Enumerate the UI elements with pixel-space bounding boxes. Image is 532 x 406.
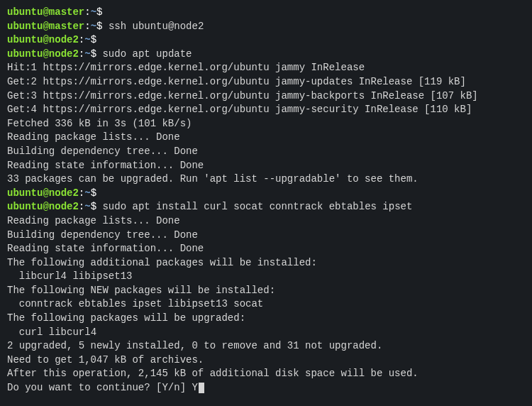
prompt-dollar: $ — [96, 6, 102, 18]
prompt-user: ubuntu — [7, 21, 43, 32]
prompt-dollar: $ — [91, 201, 96, 212]
prompt-user: ubuntu — [7, 6, 43, 18]
input-prompt-text: Do you want to continue? [Y/n] — [7, 382, 192, 393]
output-text: After this operation, 2,145 kB of additi… — [7, 368, 419, 379]
terminal-line: ubuntu@node2:~$ — [7, 187, 525, 201]
terminal-line: Need to get 1,047 kB of archives. — [7, 353, 525, 368]
terminal-line: Reading package lists... Done — [7, 131, 525, 145]
output-text: Building dependency tree... Done — [7, 146, 198, 157]
terminal-output[interactable]: ubuntu@master:~$ ubuntu@master:~$ ssh ub… — [7, 6, 525, 395]
prompt-path: ~ — [84, 34, 90, 45]
output-text: conntrack ebtables ipset libipset13 soca… — [7, 298, 263, 309]
output-text: The following packages will be upgraded: — [7, 312, 245, 324]
prompt-colon: : — [79, 187, 84, 199]
terminal-line: 33 packages can be upgraded. Run 'apt li… — [7, 172, 525, 187]
terminal-line: ubuntu@master:~$ — [7, 6, 525, 20]
prompt-host: master — [49, 6, 84, 18]
terminal-line: Reading package lists... Done — [7, 214, 525, 229]
prompt-at: @ — [43, 34, 48, 45]
prompt-path: ~ — [84, 187, 90, 199]
prompt-user: ubuntu — [7, 201, 43, 212]
terminal-line: After this operation, 2,145 kB of additi… — [7, 367, 525, 381]
prompt-command: sudo apt update — [102, 48, 192, 60]
output-text: Reading package lists... Done — [7, 131, 180, 143]
terminal-line: Fetched 336 kB in 3s (101 kB/s) — [7, 117, 525, 131]
prompt-colon: : — [79, 201, 84, 212]
output-text: The following additional packages will b… — [7, 257, 317, 268]
terminal-line: Do you want to continue? [Y/n] Y — [7, 381, 525, 395]
prompt-at: @ — [43, 201, 48, 212]
prompt-path: ~ — [91, 21, 96, 32]
prompt-user: ubuntu — [7, 187, 43, 199]
prompt-user: ubuntu — [7, 48, 43, 60]
terminal-line: Get:3 https://mirrors.edge.kernel.org/ub… — [7, 89, 525, 104]
output-text: libcurl4 libipset13 — [7, 270, 132, 282]
prompt-colon: : — [79, 34, 84, 45]
output-text: 2 upgraded, 5 newly installed, 0 to remo… — [7, 340, 382, 351]
output-text: Building dependency tree... Done — [7, 229, 198, 241]
terminal-line: conntrack ebtables ipset libipset13 soca… — [7, 297, 525, 312]
terminal-line: curl libcurl4 — [7, 326, 525, 340]
terminal-line: The following additional packages will b… — [7, 256, 525, 270]
terminal-line: Building dependency tree... Done — [7, 145, 525, 159]
output-text: Reading package lists... Done — [7, 215, 180, 226]
prompt-path: ~ — [84, 48, 90, 60]
prompt-dollar: $ — [91, 48, 96, 60]
prompt-at: @ — [43, 48, 48, 60]
output-text: Need to get 1,047 kB of archives. — [7, 354, 204, 366]
output-text: Hit:1 https://mirrors.edge.kernel.org/ub… — [7, 62, 365, 73]
terminal-line: ubuntu@node2:~$ sudo apt update — [7, 48, 525, 62]
prompt-command: ssh ubuntu@node2 — [109, 21, 204, 32]
output-text: Get:2 https://mirrors.edge.kernel.org/ub… — [7, 76, 466, 87]
prompt-path: ~ — [84, 201, 90, 212]
prompt-host: master — [49, 21, 84, 32]
output-text: Reading state information... Done — [7, 160, 204, 171]
prompt-dollar: $ — [96, 21, 102, 32]
output-text: Get:4 https://mirrors.edge.kernel.org/ub… — [7, 104, 472, 115]
terminal-line: Get:2 https://mirrors.edge.kernel.org/ub… — [7, 75, 525, 89]
output-text: The following NEW packages will be insta… — [7, 285, 275, 296]
output-text: curl libcurl4 — [7, 327, 96, 338]
terminal-line: ubuntu@node2:~$ — [7, 33, 525, 48]
user-input[interactable]: Y — [192, 382, 197, 393]
prompt-colon: : — [84, 6, 90, 18]
terminal-line: ubuntu@node2:~$ sudo apt install curl so… — [7, 200, 525, 214]
terminal-line: The following packages will be upgraded: — [7, 312, 525, 326]
prompt-at: @ — [43, 187, 48, 199]
prompt-dollar: $ — [91, 34, 96, 45]
prompt-user: ubuntu — [7, 34, 43, 45]
prompt-at: @ — [43, 6, 48, 18]
terminal-line: Get:4 https://mirrors.edge.kernel.org/ub… — [7, 103, 525, 117]
prompt-path: ~ — [91, 6, 96, 18]
terminal-line: Building dependency tree... Done — [7, 229, 525, 243]
prompt-host: node2 — [49, 34, 79, 45]
prompt-colon: : — [84, 21, 90, 32]
prompt-host: node2 — [49, 201, 79, 212]
output-text: Reading state information... Done — [7, 243, 204, 254]
terminal-line: 2 upgraded, 5 newly installed, 0 to remo… — [7, 339, 525, 353]
prompt-at: @ — [43, 21, 48, 32]
terminal-line: The following NEW packages will be insta… — [7, 284, 525, 298]
prompt-host: node2 — [49, 187, 79, 199]
cursor — [199, 383, 204, 393]
output-text: Get:3 https://mirrors.edge.kernel.org/ub… — [7, 90, 478, 102]
prompt-command: sudo apt install curl socat conntrack eb… — [102, 201, 412, 212]
prompt-host: node2 — [49, 48, 79, 60]
terminal-line: libcurl4 libipset13 — [7, 270, 525, 284]
terminal-line: Reading state information... Done — [7, 159, 525, 173]
terminal-line: ubuntu@master:~$ ssh ubuntu@node2 — [7, 20, 525, 34]
terminal-line: Hit:1 https://mirrors.edge.kernel.org/ub… — [7, 61, 525, 75]
output-text: 33 packages can be upgraded. Run 'apt li… — [7, 173, 419, 185]
prompt-dollar: $ — [91, 187, 96, 199]
output-text: Fetched 336 kB in 3s (101 kB/s) — [7, 118, 192, 129]
prompt-colon: : — [79, 48, 84, 60]
terminal-line: Reading state information... Done — [7, 242, 525, 256]
